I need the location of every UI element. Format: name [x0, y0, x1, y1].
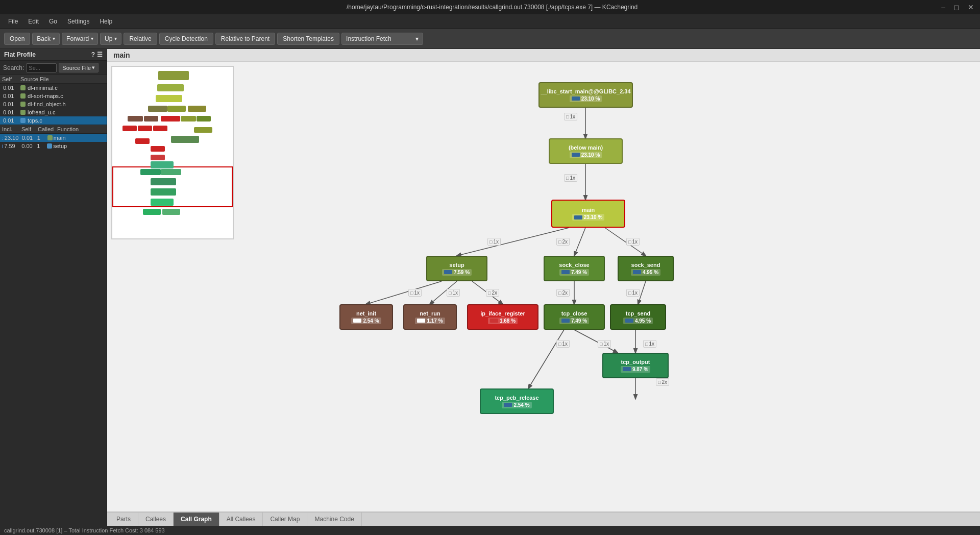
func-item[interactable]: : 23.10 0.01 1 main [0, 134, 107, 142]
file-item[interactable]: 0.01 iofread_u.c [0, 108, 107, 116]
svg-line-4 [605, 228, 646, 256]
pct-bar [353, 319, 361, 323]
arrows-svg [237, 62, 850, 512]
call-label: □2x [486, 289, 499, 297]
pct-bar [572, 153, 580, 157]
cycle-detection-button[interactable]: Cycle Detection [159, 33, 213, 45]
main-layout: Flat Profile ? ☰ Search: Source File ▾ S… [0, 49, 980, 526]
graph-node-setup[interactable]: setup 7.59 % [426, 256, 487, 281]
file-item[interactable]: 0.01 dl-sort-maps.c [0, 92, 107, 100]
file-item[interactable]: 0.01 dl-find_object.h [0, 100, 107, 108]
graph-node-tcp_output[interactable]: tcp_output 9.87 % [602, 353, 669, 378]
flat-profile-icon-gear[interactable]: ☰ [97, 51, 103, 58]
graph-node-tcp_pcb_release[interactable]: tcp_pcb_release 2.54 % [480, 388, 554, 414]
graph-node-below_main[interactable]: (below main) 23.10 % [549, 138, 623, 164]
bottom-tabs: PartsCalleesCall GraphAll CalleesCaller … [107, 512, 980, 526]
call-label: □1x [643, 340, 656, 348]
minimap-node [151, 155, 165, 160]
call-label: □1x [408, 289, 422, 297]
call-label: □2x [656, 378, 669, 386]
graph-node-main[interactable]: main 23.10 % [551, 200, 625, 228]
close-button[interactable]: ✕ [966, 3, 976, 11]
menu-help[interactable]: Help [95, 17, 116, 26]
pct-bar [572, 96, 580, 101]
call-label: □1x [447, 289, 460, 297]
status-bar: callgrind.out.730008 [1] – Total Instruc… [0, 526, 980, 535]
menu-file[interactable]: File [4, 17, 22, 26]
pct-bar [490, 319, 498, 323]
tab-machine-code[interactable]: Machine Code [307, 513, 361, 526]
pct-bar [625, 319, 633, 323]
call-graph-area[interactable]: __libc_start_main@@GLIBC_2.34 23.10 % (b… [107, 62, 980, 512]
svg-line-11 [528, 330, 564, 388]
minimap-node [151, 199, 174, 206]
file-name: iofread_u.c [28, 109, 55, 115]
minimap-node [161, 116, 180, 121]
relative-button[interactable]: Relative [124, 33, 157, 45]
shorten-templates-button[interactable]: Shorten Templates [277, 33, 339, 45]
tab-caller-map[interactable]: Caller Map [263, 513, 307, 526]
file-item[interactable]: 0.01 tcps.c [0, 116, 107, 125]
search-row: Search: Source File ▾ [0, 61, 107, 75]
flat-profile-label: Flat Profile [4, 51, 36, 58]
open-button[interactable]: Open [4, 33, 30, 45]
menu-settings[interactable]: Settings [63, 17, 93, 26]
graph-node-tcp_close[interactable]: tcp_close 7.49 % [544, 304, 605, 330]
flat-profile-icon-help[interactable]: ? [91, 51, 95, 58]
func-item[interactable]: i 7.59 0.00 1 setup [0, 142, 107, 150]
file-name: dl-minimal.c [28, 85, 58, 91]
forward-button[interactable]: Forward ▾ [62, 33, 98, 45]
graph-node-sock_send[interactable]: sock_send 4.95 % [618, 256, 674, 281]
minimap-node [148, 106, 167, 112]
pct-bar [561, 319, 570, 323]
pct-bar [633, 270, 641, 274]
minimap-node [151, 188, 176, 196]
minimize-button[interactable]: – [939, 3, 947, 11]
up-button[interactable]: Up ▾ [100, 33, 121, 45]
pct-bar [444, 270, 452, 274]
column-headers: Self Source File [0, 75, 107, 84]
graph-node-tcp_send[interactable]: tcp_send 4.95 % [610, 304, 666, 330]
col-self2-header: Self [21, 126, 38, 132]
search-input[interactable] [26, 63, 57, 72]
forward-chevron: ▾ [91, 36, 93, 41]
graph-node-libc_start[interactable]: __libc_start_main@@GLIBC_2.34 23.10 % [538, 82, 633, 108]
file-dot [20, 85, 26, 90]
func-dot [47, 143, 52, 149]
file-list: 0.01 dl-minimal.c0.01 dl-sort-maps.c0.01… [0, 84, 107, 125]
menu-go[interactable]: Go [45, 17, 61, 26]
call-label: □1x [487, 238, 501, 246]
window-controls[interactable]: – ◻ ✕ [939, 3, 976, 11]
instruction-fetch-select[interactable]: Instruction Fetch ▾ [341, 33, 423, 45]
flat-profile-header: Flat Profile ? ☰ [0, 49, 107, 61]
col-func-header: Function [57, 126, 105, 132]
file-item[interactable]: 0.01 dl-minimal.c [0, 84, 107, 92]
func-headers: Incl. Self Called Function [0, 125, 107, 134]
page-title: main [107, 49, 980, 62]
file-name: tcps.c [28, 117, 42, 124]
graph-node-net_run[interactable]: net_run 1.17 % [403, 304, 457, 330]
tab-callees[interactable]: Callees [138, 513, 174, 526]
tab-all-callees[interactable]: All Callees [219, 513, 263, 526]
minimap-node [162, 209, 180, 215]
restore-button[interactable]: ◻ [951, 3, 962, 11]
svg-line-5 [366, 281, 442, 304]
back-button[interactable]: Back ▾ [32, 33, 60, 45]
func-dot [47, 135, 53, 140]
menu-edit[interactable]: Edit [24, 17, 43, 26]
source-file-dropdown[interactable]: Source File ▾ [59, 63, 99, 72]
file-dot [20, 93, 26, 99]
window-title: /home/jaytau/Programming/c-rust-integrat… [45, 4, 939, 11]
relative-to-parent-button[interactable]: Relative to Parent [215, 33, 275, 45]
call-label: □1x [598, 340, 611, 348]
graph-node-sock_close[interactable]: sock_close 7.49 % [544, 256, 605, 281]
graph-node-net_init[interactable]: net_init 2.54 % [339, 304, 393, 330]
minimap-node [197, 116, 211, 121]
minimap-node [194, 127, 212, 133]
left-panel: Flat Profile ? ☰ Search: Source File ▾ S… [0, 49, 107, 526]
tab-call-graph[interactable]: Call Graph [174, 513, 219, 526]
graph-node-ip_iface_register[interactable]: ip_iface_register 1.68 % [467, 304, 538, 330]
tab-parts[interactable]: Parts [109, 513, 138, 526]
menu-bar: File Edit Go Settings Help [0, 14, 980, 29]
title-bar: /home/jaytau/Programming/c-rust-integrat… [0, 0, 980, 14]
